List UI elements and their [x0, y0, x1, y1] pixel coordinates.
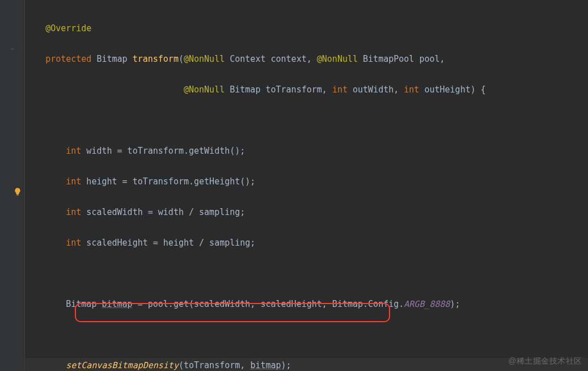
return-type: Bitmap	[91, 54, 132, 64]
call-setcanvasbitmapdensity: setCanvasBitmapDensity	[66, 360, 179, 370]
intention-bulb-icon[interactable]	[13, 187, 21, 195]
keyword-int: int	[66, 238, 81, 248]
keyword-int: int	[332, 85, 348, 95]
assign-poolget: = pool.get(scaledWidth, scaledHeight, Bi…	[133, 299, 404, 309]
param-totransform: Bitmap toTransform,	[225, 85, 332, 95]
decl-scaledheight: scaledHeight = height / sampling;	[81, 238, 255, 248]
semicolon: );	[281, 360, 291, 370]
type-bitmap: Bitmap	[66, 299, 101, 309]
annotation: @NonNull	[184, 85, 225, 95]
fold-marker-icon[interactable]: —	[0, 45, 25, 52]
semicolon: );	[450, 299, 460, 309]
param-outwidth: outWidth,	[348, 85, 404, 95]
keyword-int: int	[66, 207, 81, 217]
const-argb8888: ARGB_8888	[404, 299, 450, 309]
keyword-int: int	[404, 85, 419, 95]
caret-line[interactable]: setCanvasBitmapDensity(toTransform, bitm…	[25, 358, 588, 371]
method-name: transform	[133, 54, 179, 64]
code-editor[interactable]: @Override protected Bitmap transform(@No…	[25, 0, 588, 371]
decl-height: height = toTransform.getHeight();	[81, 176, 255, 187]
editor-gutter: —	[0, 0, 25, 371]
svg-rect-0	[16, 195, 19, 195]
param-context: Context context,	[225, 54, 317, 64]
args: (toTransform,	[179, 360, 250, 370]
ref-bitmap: bitmap	[250, 360, 281, 370]
param-outheight: outHeight) {	[419, 85, 485, 95]
decl-width: width = toTransform.getWidth();	[81, 146, 245, 156]
annotation: @Override	[45, 23, 91, 33]
paren: (	[179, 54, 184, 64]
annotation: @NonNull	[184, 54, 225, 64]
keyword-int: int	[66, 146, 81, 156]
decl-scaledwidth: scaledWidth = width / sampling;	[81, 207, 245, 217]
param-pool: BitmapPool pool,	[358, 54, 445, 64]
var-bitmap: bitmap	[101, 299, 132, 309]
annotation: @NonNull	[317, 54, 358, 64]
keyword-int: int	[66, 176, 81, 187]
keyword-protected: protected	[45, 54, 91, 64]
watermark: @稀土掘金技术社区	[508, 356, 582, 366]
